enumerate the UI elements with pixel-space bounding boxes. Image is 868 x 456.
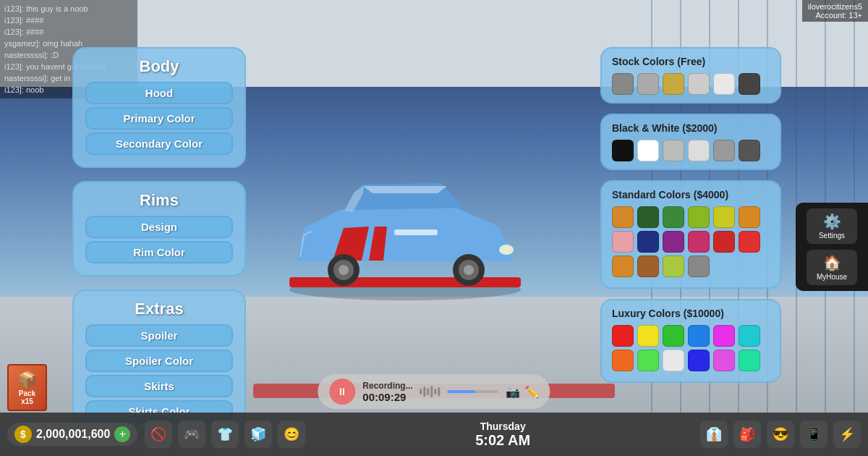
hood-button[interactable]: Hood: [85, 82, 233, 104]
recording-bar: ⏸ Recording... 00:09:29 📷 ✏️: [318, 374, 550, 409]
color-swatch[interactable]: [713, 350, 735, 371]
color-swatch[interactable]: [612, 256, 634, 277]
username-text: iloverocitizens5: [808, 2, 862, 11]
color-swatch[interactable]: [688, 256, 710, 277]
color-swatch[interactable]: [663, 256, 684, 277]
settings-phone-button[interactable]: ⚙️ Settings: [807, 208, 857, 244]
primary-color-button[interactable]: Primary Color: [85, 107, 233, 130]
extras-panel-title: Extras: [85, 300, 233, 318]
flash-icon-button[interactable]: ⚡: [833, 421, 861, 448]
color-swatch[interactable]: [612, 325, 634, 347]
color-swatch[interactable]: [739, 73, 760, 95]
add-money-button[interactable]: +: [114, 426, 130, 442]
car-svg: [268, 148, 542, 308]
myhouse-phone-button[interactable]: 🏠 MyHouse: [807, 250, 857, 285]
pause-icon: ⏸: [337, 386, 347, 397]
recording-progress: [448, 390, 498, 393]
pack-count: x15: [21, 397, 33, 405]
body-panel: Body Hood Primary Color Secondary Color: [72, 47, 246, 168]
color-swatch[interactable]: [713, 140, 735, 161]
ban-icon-button[interactable]: 🚫: [145, 421, 172, 448]
recording-controls: 📷 ✏️: [506, 385, 539, 399]
color-swatch[interactable]: [637, 350, 659, 371]
color-swatch[interactable]: [637, 140, 659, 161]
standard-colors-title: Standard Colors ($4000): [612, 189, 770, 200]
color-swatch[interactable]: [663, 206, 684, 228]
phone-panel: ⚙️ Settings 🏠 MyHouse: [796, 203, 868, 291]
secondary-color-button[interactable]: Secondary Color: [85, 132, 233, 155]
standard-row-1: [612, 206, 770, 228]
audio-wave: [420, 386, 441, 397]
design-button[interactable]: Design: [85, 216, 233, 238]
svg-point-8: [464, 265, 474, 275]
luxury-colors-panel: Luxury Colors ($10000): [600, 299, 781, 383]
right-color-panels: Stock Colors (Free) Black & White ($2000…: [600, 47, 781, 383]
color-swatch[interactable]: [612, 350, 634, 371]
stock-colors-panel: Stock Colors (Free): [600, 47, 781, 104]
money-amount: 2,000,001,600: [36, 428, 110, 441]
right-icons-group: 👔 🎒 😎 📱 ⚡: [700, 421, 861, 448]
spoiler-color-button[interactable]: Spoiler Color: [85, 350, 233, 372]
body-panel-title: Body: [85, 57, 233, 76]
pack-label: Pack: [19, 389, 35, 397]
color-swatch[interactable]: [688, 140, 710, 161]
account-text: Account: 13+: [808, 11, 862, 20]
emoji-icon-button[interactable]: 😊: [278, 421, 305, 448]
color-swatch[interactable]: [688, 350, 710, 371]
book-pack-button[interactable]: 📦 Pack x15: [7, 364, 47, 411]
cube-icon-button[interactable]: 🧊: [244, 421, 272, 448]
color-swatch[interactable]: [637, 256, 659, 277]
color-swatch[interactable]: [713, 206, 735, 228]
color-swatch[interactable]: [739, 206, 760, 228]
color-swatch[interactable]: [637, 325, 659, 347]
color-swatch[interactable]: [663, 231, 684, 253]
color-swatch[interactable]: [663, 325, 684, 347]
face-icon-button[interactable]: 😎: [767, 421, 794, 448]
skirts-button[interactable]: Skirts: [85, 375, 233, 397]
color-swatch[interactable]: [637, 206, 659, 228]
color-swatch[interactable]: [713, 231, 735, 253]
dollar-icon: $: [14, 426, 32, 443]
pause-button[interactable]: ⏸: [329, 379, 355, 405]
color-swatch[interactable]: [739, 140, 760, 161]
color-swatch[interactable]: [713, 325, 735, 347]
color-swatch[interactable]: [739, 350, 760, 371]
bag-icon-button[interactable]: 🎒: [733, 421, 761, 448]
bottom-icons-group: 🚫 🎮 👕 🧊 😊: [145, 421, 305, 448]
shirt2-icon-button[interactable]: 👔: [700, 421, 728, 448]
color-swatch[interactable]: [713, 73, 735, 95]
color-swatch[interactable]: [688, 206, 710, 228]
time-display: 5:02 AM: [312, 432, 693, 449]
shirt-icon-button[interactable]: 👕: [211, 421, 239, 448]
edit-icon[interactable]: ✏️: [524, 385, 539, 399]
svg-rect-2: [394, 229, 438, 235]
house-icon: 🏠: [811, 254, 853, 271]
luxury-colors-title: Luxury Colors ($10000): [612, 308, 770, 319]
color-swatch[interactable]: [637, 231, 659, 253]
phone-icon-button[interactable]: 📱: [800, 421, 827, 448]
rim-color-button[interactable]: Rim Color: [85, 241, 233, 263]
wave-bar: [420, 389, 422, 394]
color-swatch[interactable]: [739, 231, 760, 253]
recording-label: Recording...: [362, 381, 412, 391]
gamepad-icon-button[interactable]: 🎮: [178, 421, 205, 448]
color-swatch[interactable]: [688, 73, 710, 95]
spoiler-button[interactable]: Spoiler: [85, 324, 233, 347]
color-swatch[interactable]: [612, 206, 634, 228]
color-swatch[interactable]: [637, 73, 659, 95]
standard-colors-panel: Standard Colors ($4000): [600, 180, 781, 289]
color-swatch[interactable]: [612, 231, 634, 253]
color-swatch[interactable]: [663, 350, 684, 371]
luxury-row-1: [612, 325, 770, 347]
color-swatch[interactable]: [663, 140, 684, 161]
color-swatch[interactable]: [663, 73, 684, 95]
bw-colors-title: Black & White ($2000): [612, 122, 770, 134]
color-swatch[interactable]: [739, 325, 760, 347]
color-swatch[interactable]: [612, 140, 634, 161]
color-swatch[interactable]: [688, 325, 710, 347]
money-display: $ 2,000,001,600 +: [7, 423, 137, 446]
myhouse-label: MyHouse: [811, 273, 853, 281]
color-swatch[interactable]: [688, 231, 710, 253]
camera-icon[interactable]: 📷: [506, 385, 520, 399]
color-swatch[interactable]: [612, 73, 634, 95]
